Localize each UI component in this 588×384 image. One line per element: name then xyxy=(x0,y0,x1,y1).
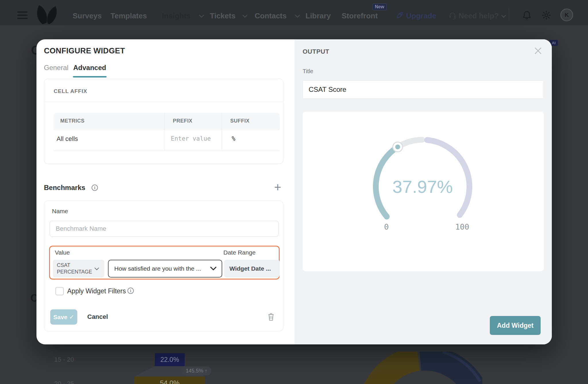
cell-affix-title: CELL AFFIX xyxy=(54,88,87,94)
arrow-up-icon: ↑ xyxy=(205,368,207,374)
widget-title-label: Title xyxy=(303,68,313,75)
question-select[interactable]: How satisfied are you with the ... xyxy=(108,260,222,278)
close-icon[interactable] xyxy=(533,46,543,55)
gauge-value: 37.97% xyxy=(392,177,453,197)
suffix-input[interactable]: % xyxy=(232,135,235,142)
cancel-button[interactable]: Cancel xyxy=(87,313,108,321)
gauge-handle-dot xyxy=(395,145,400,150)
background-donut-chart xyxy=(356,352,482,384)
headset-icon xyxy=(448,12,457,20)
apply-widget-filters-checkbox[interactable] xyxy=(55,287,64,295)
nav-storefront[interactable]: Storefront xyxy=(342,11,378,20)
gauge-chart: 37.97% 0 100 xyxy=(303,112,544,271)
output-panel: OUTPUT Title CSAT Score 37.97% 0 100 Add xyxy=(295,39,552,344)
column-separator xyxy=(165,113,165,151)
benchmarks-section-title: Benchmarks xyxy=(44,184,85,192)
row-border xyxy=(54,151,280,151)
screen: Surveys Templates Insights Tickets Conta… xyxy=(0,0,588,384)
widget-title-value: CSAT Score xyxy=(309,86,346,94)
save-label: Save xyxy=(53,314,67,320)
question-select-value: How satisfied are you with the ... xyxy=(114,265,201,272)
need-help-label: Need help? xyxy=(459,11,499,20)
date-range-select[interactable]: Widget Date ... xyxy=(224,260,280,278)
benchmark-card: Name Benchmark Name Value Date Range CSA… xyxy=(44,201,283,331)
column-header-suffix: SUFFIX xyxy=(230,118,249,124)
date-range-select-value: Widget Date ... xyxy=(229,265,271,272)
chevron-down-icon xyxy=(199,14,204,18)
nav-library[interactable]: Library xyxy=(305,11,331,20)
column-header-prefix: PREFIX xyxy=(173,118,192,124)
upgrade-button[interactable]: Upgrade xyxy=(396,11,436,20)
chevron-down-icon xyxy=(501,15,506,18)
tab-advanced[interactable]: Advanced xyxy=(73,64,106,72)
output-panel-title: OUTPUT xyxy=(303,48,329,55)
benchmark-name-placeholder: Benchmark Name xyxy=(56,225,106,232)
nav-insights[interactable]: Insights xyxy=(162,11,191,20)
prefix-input[interactable]: Enter value xyxy=(171,135,211,142)
tab-general[interactable]: General xyxy=(44,64,68,72)
metric-select[interactable]: CSAT PERCENTAGE xyxy=(53,260,104,278)
chevron-down-icon xyxy=(295,14,300,18)
chevron-down-icon xyxy=(210,267,216,271)
nav-divider xyxy=(509,9,509,21)
metrics-cell: All cells xyxy=(57,135,78,143)
metric-select-value: CSAT PERCENTAGE xyxy=(57,262,94,275)
nav-contacts[interactable]: Contacts xyxy=(255,11,287,20)
funnel-category-label: 15 - 20 xyxy=(54,356,74,363)
rocket-icon xyxy=(396,11,404,20)
apply-filters-info-icon[interactable]: i xyxy=(127,288,134,294)
hamburger-menu-icon[interactable] xyxy=(17,11,28,21)
value-label: Value xyxy=(55,249,70,256)
nav-tickets[interactable]: Tickets xyxy=(210,11,235,20)
funnel-bar[interactable]: 54.0% xyxy=(134,377,205,384)
funnel-change-badge: 145.5% ↑ xyxy=(182,366,211,375)
date-range-label: Date Range xyxy=(223,249,256,256)
benchmark-value-highlight-group: Value Date Range CSAT PERCENTAGE How sat… xyxy=(49,246,280,280)
chevron-down-icon xyxy=(94,267,99,270)
benchmark-name-input[interactable]: Benchmark Name xyxy=(50,221,278,237)
notifications-bell-icon[interactable] xyxy=(522,10,531,20)
benchmarks-info-icon[interactable]: i xyxy=(92,185,98,191)
settings-gear-icon[interactable] xyxy=(541,10,551,20)
add-widget-button[interactable]: Add Widget xyxy=(490,316,541,335)
configure-widget-dialog: CONFIGURE WIDGET General Advanced CELL A… xyxy=(36,39,552,344)
funnel-category-label: 20 - 25 xyxy=(54,380,74,384)
top-navigation: Surveys Templates Insights Tickets Conta… xyxy=(0,0,588,25)
gauge-min-label: 0 xyxy=(384,222,389,231)
delete-benchmark-trash-icon[interactable] xyxy=(267,312,275,321)
check-icon: ✓ xyxy=(69,314,74,320)
save-button[interactable]: Save ✓ xyxy=(50,309,77,325)
gauge-widget-preview: 37.97% 0 100 xyxy=(303,112,544,271)
column-separator xyxy=(222,113,222,151)
active-tab-underline xyxy=(73,76,107,77)
new-badge: New xyxy=(372,3,387,10)
dialog-title: CONFIGURE WIDGET xyxy=(44,46,125,55)
apply-widget-filters-label: Apply Widget Filters xyxy=(67,287,126,295)
name-label: Name xyxy=(52,208,68,215)
column-header-metrics: METRICS xyxy=(60,118,85,124)
add-benchmark-button[interactable]: + xyxy=(274,181,281,194)
widget-title-input[interactable]: CSAT Score xyxy=(303,80,544,99)
cell-affix-card: CELL AFFIX METRICS PREFIX SUFFIX All cel… xyxy=(44,79,283,164)
user-avatar[interactable]: K xyxy=(560,9,573,21)
nav-surveys[interactable]: Surveys xyxy=(73,11,102,20)
funnel-bar[interactable]: 22.0% xyxy=(155,353,185,366)
gauge-max-label: 100 xyxy=(455,222,469,231)
chevron-down-icon xyxy=(242,14,248,18)
upgrade-label: Upgrade xyxy=(406,11,436,20)
need-help-button[interactable]: Need help? xyxy=(448,11,506,20)
app-logo-icon[interactable] xyxy=(33,4,59,25)
nav-templates[interactable]: Templates xyxy=(111,11,147,20)
divider xyxy=(44,102,283,102)
